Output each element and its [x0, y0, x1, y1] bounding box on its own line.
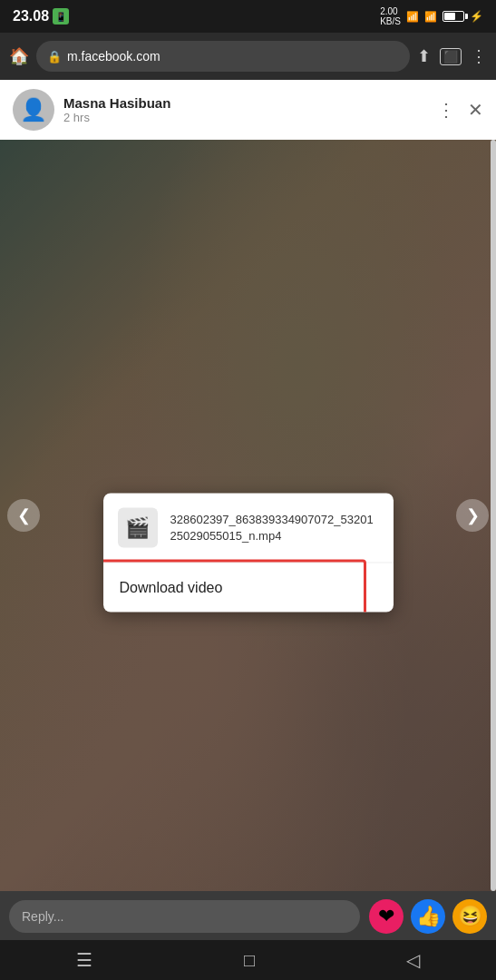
post-close-icon[interactable]: ✕ — [468, 99, 483, 121]
android-menu-button[interactable]: ☰ — [76, 949, 92, 971]
main-content: 👤 Masna Hasibuan 2 hrs ⋮ ✕ ❮ ❯ — [0, 80, 496, 893]
post-header-actions: ⋮ ✕ — [437, 99, 483, 121]
post-user: 👤 Masna Hasibuan 2 hrs — [13, 89, 170, 131]
signal-icon: 📶 — [424, 11, 437, 23]
tab-icon[interactable]: ⬛ — [440, 48, 462, 65]
android-back-button[interactable]: ◁ — [406, 949, 420, 971]
wifi-icon: 📶 — [406, 11, 419, 23]
heart-icon: ❤ — [378, 905, 394, 928]
nav-arrow-left[interactable]: ❮ — [7, 499, 40, 532]
post-dots-icon[interactable]: ⋮ — [437, 99, 455, 121]
home-icon[interactable]: 🏠 — [9, 46, 29, 66]
url-text: m.facebook.com — [67, 49, 160, 64]
more-icon[interactable]: ⋮ — [471, 46, 487, 66]
haha-reaction-button[interactable]: 😆 — [452, 899, 487, 934]
android-nav: ☰ □ ◁ — [0, 940, 496, 980]
status-time: 23.08 📱 — [13, 8, 69, 24]
time-display: 23.08 — [13, 8, 49, 24]
status-app-icon: 📱 — [53, 8, 69, 24]
reply-bar: Reply... ❤ 👍 😆 — [0, 893, 496, 940]
context-menu: 🎬 328602397_863839334907072_532012502905… — [103, 494, 394, 612]
scrollbar — [491, 140, 496, 891]
browser-actions: ⬆ ⬛ ⋮ — [417, 46, 487, 66]
reply-placeholder: Reply... — [22, 909, 63, 924]
context-menu-header: 🎬 328602397_863839334907072_532012502905… — [103, 494, 394, 564]
reaction-buttons: ❤ 👍 😆 — [369, 899, 487, 934]
nav-arrow-right[interactable]: ❯ — [456, 499, 489, 532]
reply-input[interactable]: Reply... — [9, 900, 360, 933]
url-bar[interactable]: 🔒 m.facebook.com — [36, 41, 410, 72]
user-info: Masna Hasibuan 2 hrs — [63, 95, 170, 124]
user-name: Masna Hasibuan — [63, 95, 170, 111]
like-reaction-button[interactable]: 👍 — [411, 899, 445, 934]
video-area: ❮ ❯ 🎬 328602397_863839334907072_53201250… — [0, 140, 496, 891]
post-time: 2 hrs — [63, 111, 170, 124]
heart-reaction-button[interactable]: ❤ — [369, 899, 404, 934]
status-right: 2.00KB/S 📶 📶 ⚡ — [380, 6, 483, 26]
file-name: 328602397_863839334907072_53201250290550… — [170, 512, 379, 544]
video-file-icon: 🎬 — [118, 508, 158, 548]
fb-post: 👤 Masna Hasibuan 2 hrs ⋮ ✕ ❮ ❯ — [0, 80, 496, 893]
post-header: 👤 Masna Hasibuan 2 hrs ⋮ ✕ — [0, 80, 496, 140]
status-bar: 23.08 📱 2.00KB/S 📶 📶 ⚡ — [0, 0, 496, 33]
android-home-button[interactable]: □ — [244, 950, 255, 971]
download-video-label: Download video — [120, 580, 223, 595]
browser-bar: 🏠 🔒 m.facebook.com ⬆ ⬛ ⋮ — [0, 33, 496, 80]
speed-indicator: 2.00KB/S — [380, 6, 401, 26]
share-icon[interactable]: ⬆ — [417, 46, 431, 66]
avatar: 👤 — [13, 89, 54, 131]
lock-icon: 🔒 — [47, 50, 62, 64]
download-video-item[interactable]: Download video — [103, 564, 394, 612]
haha-icon: 😆 — [458, 905, 482, 928]
like-icon: 👍 — [416, 905, 441, 928]
battery-icon: ⚡ — [443, 10, 483, 23]
